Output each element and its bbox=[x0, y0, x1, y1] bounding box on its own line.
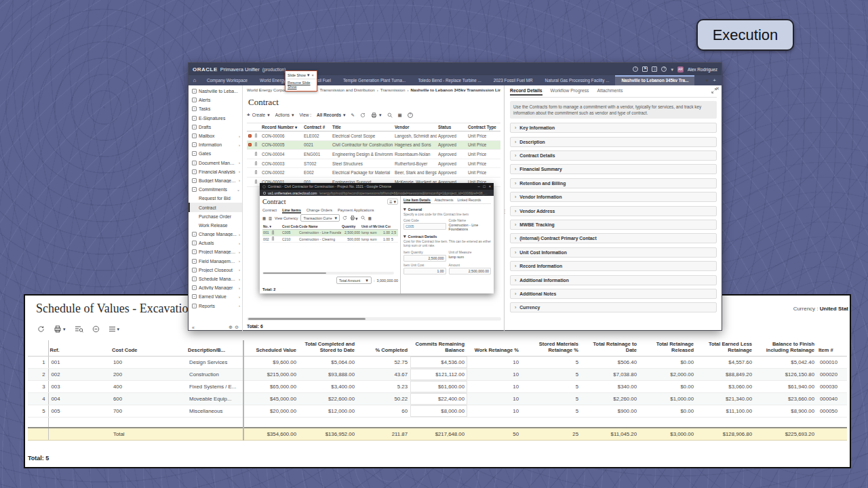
sidebar-item-commitments[interactable]: ▪Commitments⌄ bbox=[189, 185, 242, 194]
tab-record-details[interactable]: Record Details bbox=[510, 88, 542, 94]
accordion-section-currency[interactable]: ›Currency bbox=[510, 302, 717, 312]
tab-line-items[interactable]: Line Items bbox=[282, 208, 301, 212]
sidebar-item-drafts[interactable]: ▪Drafts bbox=[189, 123, 242, 131]
close-panel-icon[interactable]: ✕ bbox=[715, 86, 719, 92]
help-caret-icon[interactable]: ▾ bbox=[671, 67, 673, 72]
workspace-tab-natural-gas-processing-f[interactable]: Natural Gas Processing Facility ... bbox=[539, 75, 616, 85]
sov-column-desc[interactable]: Description/B... bbox=[186, 340, 243, 356]
log-column-contract[interactable]: Contract # bbox=[302, 123, 331, 131]
accordion-section-unit-cost-information[interactable]: ›Unit Cost Information bbox=[510, 247, 717, 258]
actions-button[interactable]: Actions ▾ bbox=[275, 113, 294, 117]
sov-row-005[interactable]: 5005700Miscellaneous$20,000.00$12,000.00… bbox=[28, 405, 847, 417]
refresh-icon[interactable] bbox=[360, 113, 366, 118]
grid-settings-icon[interactable]: ▦ bbox=[368, 216, 372, 220]
view-selector[interactable]: View : All Records ▾ bbox=[300, 113, 346, 117]
sov-cell-commits[interactable]: $4,536.00 bbox=[410, 356, 467, 368]
sov-column-num[interactable] bbox=[28, 340, 48, 356]
sidebar-item-gates[interactable]: ▪Gates bbox=[189, 149, 242, 158]
accordion-section-additional-information[interactable]: ›Additional Information bbox=[510, 275, 717, 285]
sov-column-ret_to_date[interactable]: Total Retainage to Date bbox=[581, 340, 639, 356]
sidebar-item-contract[interactable]: Contract bbox=[189, 203, 242, 211]
workspace-tab-temple-generation-plant-[interactable]: Temple Generation Plant Turna... bbox=[337, 75, 412, 85]
sov-column-cost_code[interactable]: Cost Code bbox=[111, 340, 186, 356]
accordion-section-contract-details[interactable]: ›Contract Details bbox=[510, 150, 717, 161]
print-caret-icon[interactable]: ▾ bbox=[63, 327, 66, 331]
workspace-tab-toledo-bend-replace-turb[interactable]: Toledo Bend - Replace Turbine ... bbox=[412, 75, 487, 85]
accordion-section-vendor-information[interactable]: ›Vendor Information bbox=[510, 192, 717, 202]
accordion-section-description[interactable]: ›Description bbox=[510, 137, 717, 147]
column-code-name[interactable]: Code Name bbox=[298, 224, 341, 230]
log-column-title[interactable]: Title bbox=[331, 123, 393, 131]
menu-icon[interactable]: ▾ bbox=[108, 326, 120, 332]
popup-menu-button[interactable]: ☰ ▾ bbox=[387, 199, 398, 205]
sidebar-item-activity-manager[interactable]: ▪Activity Manager› bbox=[189, 283, 242, 292]
help-icon[interactable]: ? bbox=[408, 113, 413, 118]
line-item-row-002[interactable]: 002C210Construction - Clearing500,000lum… bbox=[262, 236, 398, 243]
sov-cell-commits[interactable]: $61,600.00 bbox=[410, 380, 467, 392]
contract-details-field-value[interactable]: 1.00 bbox=[403, 268, 446, 274]
contract-row-con-00005[interactable]: ⚙CON-000050021Civil Contractor for Const… bbox=[247, 140, 500, 150]
minimize-icon[interactable]: ⊖ bbox=[235, 325, 239, 330]
sidebar-item-financial-analysis[interactable]: ▪Financial Analysis› bbox=[189, 167, 242, 176]
refresh-icon[interactable] bbox=[342, 216, 347, 221]
sov-column-ref[interactable]: Ref. bbox=[48, 340, 111, 356]
sov-cell-scheduled[interactable]: $65,000.00 bbox=[243, 380, 299, 392]
contract-row-con-00004[interactable]: CON-00004ENG001Engineering Design & Envi… bbox=[247, 150, 500, 159]
breadcrumb-item[interactable]: Transmission bbox=[380, 87, 406, 92]
resume-slideshow-item[interactable]: Resume Slide Show bbox=[285, 79, 317, 91]
collapse-caret-icon[interactable]: ▾ bbox=[403, 207, 406, 211]
log-column-contract-type[interactable]: Contract Type bbox=[467, 123, 500, 131]
log-column-vendor[interactable]: Vendor bbox=[393, 123, 437, 131]
print-icon[interactable]: ▾ bbox=[350, 216, 358, 221]
general-field-value[interactable]: C005 bbox=[403, 223, 446, 230]
sov-cell-scheduled[interactable]: $9,600.00 bbox=[243, 356, 299, 368]
pin-icon[interactable]: ⊕ bbox=[229, 325, 233, 330]
tab-attachments[interactable]: Attachments bbox=[597, 88, 623, 94]
horizontal-scrollbar[interactable] bbox=[247, 317, 501, 321]
accordion-section-record-information[interactable]: ›Record Information bbox=[510, 261, 717, 271]
sov-row-002[interactable]: 2002200Construction$215,000.00$93,888.00… bbox=[28, 368, 847, 380]
contract-details-field-value[interactable]: 2,500,000 bbox=[403, 255, 446, 262]
sov-row-003[interactable]: 3003400Fixed Systems / E...$65,000.00$3,… bbox=[28, 380, 847, 392]
log-column-record-number[interactable]: Record Number ▾ bbox=[260, 123, 302, 131]
add-tab-icon[interactable]: + bbox=[713, 77, 716, 83]
tab-contract[interactable]: Contract bbox=[262, 208, 277, 212]
chrome-url-bar[interactable]: us1.unifiersales.oraclecloud.com /energy… bbox=[260, 190, 494, 196]
accordion-section-vendor-address[interactable]: ›Vendor Address bbox=[510, 206, 717, 216]
sidebar-item-budget-managem[interactable]: ▪Budget Managem...› bbox=[189, 176, 242, 185]
column-unit-cost[interactable]: Unit Cost bbox=[377, 224, 391, 230]
notifications-icon[interactable]: ! bbox=[633, 66, 638, 72]
split-view-icon[interactable]: ▥ bbox=[269, 216, 272, 220]
refresh-icon[interactable] bbox=[37, 325, 45, 333]
search-icon[interactable] bbox=[361, 216, 366, 221]
grid-settings-icon[interactable]: ▦ bbox=[398, 113, 402, 118]
create-button[interactable]: + Create ▾ bbox=[247, 112, 270, 118]
sov-column-item[interactable]: Item # bbox=[817, 340, 847, 356]
sov-column-earned[interactable]: Total Earned Less Retainage bbox=[696, 340, 755, 356]
currency-selector[interactable]: Transaction Curre▾ bbox=[300, 214, 340, 222]
sov-column-ret_released[interactable]: Total Retainage Released bbox=[639, 340, 696, 356]
bookmark-icon[interactable]: ▯ bbox=[652, 66, 657, 72]
accordion-section-key-information[interactable]: ›Key Information bbox=[510, 123, 717, 133]
edit-icon[interactable]: ✎ bbox=[351, 113, 355, 118]
sov-column-stored_ret[interactable]: Stored Materials Retainage % bbox=[521, 340, 581, 356]
horizontal-scrollbar[interactable] bbox=[262, 272, 394, 274]
sidebar-item-actuals[interactable]: ▪Actuals› bbox=[189, 239, 242, 247]
sidebar-item-document-manag[interactable]: ▪Document Manag...› bbox=[189, 159, 242, 167]
sidebar-item-e-signatures[interactable]: ▪E-Signatures bbox=[189, 114, 242, 123]
slideshow-close-icon[interactable]: × bbox=[312, 73, 314, 77]
workspace-tab-2023-fossil-fuel-mr[interactable]: 2023 Fossil Fuel MR bbox=[488, 75, 539, 85]
breadcrumb-item[interactable]: Transmission and Distribution bbox=[320, 87, 375, 92]
slideshow-caret-icon[interactable]: ▾ bbox=[307, 73, 310, 77]
line-item-row-001[interactable]: 001C005Construction - Line Foundations2,… bbox=[262, 230, 398, 237]
minimize-icon[interactable]: – bbox=[477, 184, 479, 188]
sov-row-001[interactable]: 1001100Design Services$9,600.00$5,064.00… bbox=[28, 356, 847, 368]
grid-view-icon[interactable]: ▦ bbox=[262, 216, 266, 220]
sov-row-004[interactable]: 4004600Moveable Equip...$45,000.00$22,60… bbox=[28, 392, 847, 405]
sidebar-item-change-manage[interactable]: ▪Change Manage...› bbox=[189, 230, 242, 239]
user-avatar[interactable]: AR bbox=[677, 66, 684, 73]
panel-drag-handle[interactable]: ⋮ bbox=[502, 209, 507, 214]
log-column-status[interactable]: Status bbox=[437, 123, 467, 131]
help-icon[interactable]: ? bbox=[661, 66, 667, 72]
column-quantity[interactable]: Quantity bbox=[341, 224, 361, 230]
